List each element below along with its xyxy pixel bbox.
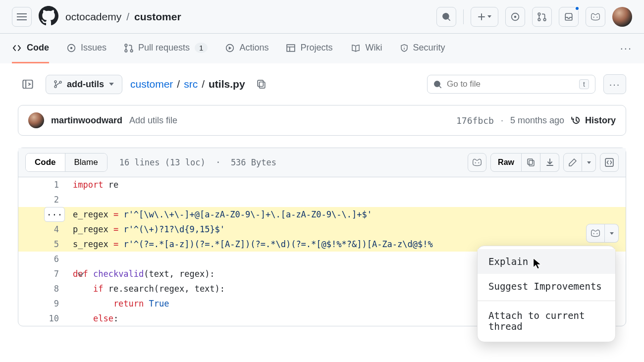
svg-rect-20 [258,80,263,86]
copy-content-button[interactable] [522,153,540,172]
tab-actions[interactable]: Actions [225,34,268,63]
copy-icon[interactable] [257,79,266,89]
repo-nav: Code Issues Pull requests 1 Actions Proj… [0,34,644,63]
branch-icon [54,80,62,89]
svg-point-10 [125,50,127,52]
issues-tray-button[interactable] [505,7,525,27]
svg-point-16 [54,81,56,83]
tab-security[interactable]: Security [400,34,445,63]
repo-link[interactable]: customer [134,11,181,23]
line-number[interactable]: 4 [18,224,73,234]
go-to-file[interactable]: t [427,75,595,94]
copilot-toolbar-button[interactable] [468,153,486,172]
search-icon [433,80,442,89]
tab-code[interactable]: Code [12,34,49,63]
svg-point-1 [514,15,517,18]
path-repo[interactable]: customer [130,78,173,90]
line-number[interactable]: 2 [18,195,73,205]
file-bar: add-utils customer / src / utils.py t ··… [0,63,644,105]
raw-button[interactable]: Raw [490,153,522,172]
commit-author[interactable]: martinwoodward [51,115,122,126]
svg-point-5 [593,16,594,17]
caret-down-icon [610,232,614,235]
repo-breadcrumb: octocademy / customer [65,11,181,23]
file-more-button[interactable]: ··· [603,74,626,94]
line-number[interactable]: 6 [18,254,73,264]
blame-tab-button[interactable]: Blame [65,154,107,171]
copilot-line-more[interactable] [605,224,619,243]
latest-commit: martinwoodward Add utils file 176fbcb · … [18,105,626,136]
tab-projects[interactable]: Projects [286,34,332,63]
code-toolbar: Code Blame 16 lines (13 loc) · 536 Bytes… [18,148,626,177]
caret-down-icon [487,15,491,18]
sidebar-toggle[interactable] [18,74,38,94]
sidebar-icon [22,80,33,89]
tab-issues[interactable]: Issues [67,34,107,63]
issue-icon [67,44,76,52]
line-number[interactable]: 7 [18,269,73,279]
download-icon [546,158,554,167]
line-actions-button[interactable]: ··· [44,207,65,222]
history-button[interactable]: History [571,115,616,126]
history-icon [571,115,581,125]
pull-requests-button[interactable] [532,7,552,27]
svg-point-26 [593,233,594,234]
svg-point-22 [478,162,479,163]
line-number[interactable]: 5 [18,239,73,249]
line-number[interactable]: 9 [18,299,73,309]
edit-more-button[interactable] [582,153,596,172]
fold-chevron-icon[interactable] [78,269,84,279]
pr-counter: 1 [195,43,208,53]
svg-point-11 [130,50,133,52]
tab-wiki[interactable]: Wiki [351,34,382,63]
pr-icon [124,44,133,52]
commit-sha[interactable]: 176fbcb [456,115,494,126]
search-button[interactable] [436,7,456,27]
symbols-button[interactable] [600,153,619,172]
hamburger-icon [17,13,27,20]
owner-link[interactable]: octocademy [65,11,121,23]
menu-explain[interactable]: Explain [478,249,615,274]
svg-rect-19 [259,82,265,88]
plus-icon [478,13,485,21]
code-body: ··· 1import re 2 3e_regex = r'^[\w\.\+\-… [18,177,626,326]
copilot-header-button[interactable] [586,7,605,27]
svg-rect-23 [529,160,534,166]
go-to-file-input[interactable] [447,79,574,89]
edit-button[interactable] [563,153,582,172]
inbox-button[interactable] [559,7,579,27]
branch-selector[interactable]: add-utils [46,75,122,94]
menu-attach[interactable]: Attach to current thread [478,303,615,339]
user-avatar[interactable] [612,7,632,27]
code-tab-button[interactable]: Code [26,154,65,171]
commit-avatar[interactable] [28,112,44,128]
svg-point-8 [70,47,73,49]
svg-point-21 [475,162,476,163]
caret-down-icon [109,83,114,86]
tab-pull-requests[interactable]: Pull requests 1 [124,34,208,63]
kbd-hint: t [579,79,589,89]
code-view: Code Blame 16 lines (13 loc) · 536 Bytes… [18,148,626,326]
line-number[interactable]: 1 [18,180,73,190]
inbox-icon [564,12,573,21]
svg-point-27 [596,233,597,234]
line-number[interactable]: 10 [18,313,73,323]
path-file: utils.py [209,78,245,90]
github-logo[interactable] [39,6,58,28]
menu-button[interactable] [12,7,32,27]
copy-icon [527,158,535,167]
download-button[interactable] [540,153,559,172]
issue-dot-icon [511,12,520,21]
add-button[interactable] [471,7,498,27]
commit-message[interactable]: Add utils file [129,115,177,126]
line-number[interactable]: 8 [18,284,73,294]
menu-suggest[interactable]: Suggest Improvements [478,274,615,299]
svg-point-2 [538,13,540,15]
code-blame-toggle: Code Blame [25,153,107,172]
pr-icon [537,12,546,21]
path-dir[interactable]: src [184,78,198,90]
file-stats: 16 lines (13 loc) · 536 Bytes [119,157,276,167]
copilot-line-button[interactable] [586,224,605,243]
caret-down-icon [587,161,591,164]
tabs-overflow[interactable]: ··· [620,42,632,55]
